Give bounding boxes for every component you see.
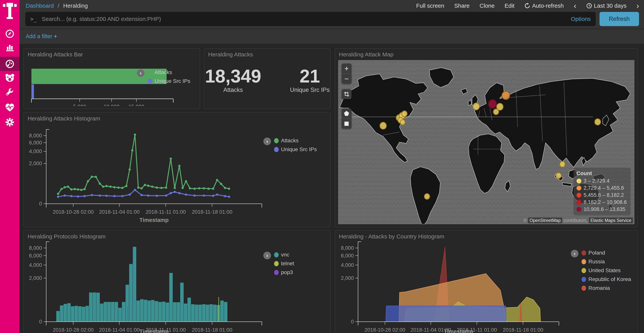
panel-attacks-histogram: Heralding Attacks Histogram 02,0004,0006… bbox=[24, 112, 330, 227]
legend-item-telnet[interactable]: telnet bbox=[274, 260, 294, 267]
legend-item-unique-src-ips[interactable]: Unique Src IPs bbox=[274, 146, 317, 153]
time-forward-button[interactable]: › bbox=[636, 3, 639, 9]
map-rectangle-button[interactable] bbox=[342, 118, 352, 129]
svg-text:2018-11-11 01:00: 2018-11-11 01:00 bbox=[146, 209, 186, 215]
sidebar-item-dev-tools[interactable] bbox=[0, 85, 20, 100]
legend-color-dot bbox=[582, 268, 586, 273]
breadcrumb-dashboard-link[interactable]: Dashboard bbox=[26, 3, 54, 9]
map-legend-range: 10,908.6 – 13,635 bbox=[584, 206, 626, 212]
share-button[interactable]: Share bbox=[454, 3, 470, 9]
map-legend-row: 10,908.6 – 13,635 bbox=[576, 206, 627, 212]
add-filter-link[interactable]: Add a filter + bbox=[26, 33, 57, 40]
svg-text:Timestamp: Timestamp bbox=[139, 328, 169, 333]
gear-icon bbox=[5, 118, 14, 127]
svg-text:Timestamp: Timestamp bbox=[444, 328, 473, 333]
map-crop-button[interactable] bbox=[342, 89, 352, 99]
legend-item-attacks[interactable]: Attacks bbox=[274, 138, 317, 144]
auto-refresh-button[interactable]: Auto-refresh bbox=[524, 3, 564, 9]
legend-item-attacks[interactable]: Attacks bbox=[148, 69, 190, 75]
legend-color-dot bbox=[582, 250, 586, 255]
map-attack-dot-yellow[interactable] bbox=[493, 109, 499, 115]
map-attack-dot-yellow[interactable] bbox=[402, 111, 407, 117]
map-attack-dot-orange[interactable] bbox=[502, 91, 510, 100]
elastic-maps-link[interactable]: Elastic Maps Service bbox=[589, 217, 633, 223]
sidebar-item-discover[interactable] bbox=[0, 27, 20, 41]
sidebar-item-monitoring[interactable] bbox=[0, 101, 20, 115]
legend-item-vnc[interactable]: vnc bbox=[274, 252, 294, 258]
map-attack-dot-yellow[interactable] bbox=[560, 161, 565, 167]
top-actions: Full screen Share Clone Edit Auto-refres… bbox=[416, 3, 644, 9]
map-legend-range: 5,455.8 – 8,182.2 bbox=[584, 192, 624, 198]
map-attack-dot-yellow[interactable] bbox=[595, 119, 601, 125]
svg-text:4,000: 4,000 bbox=[29, 262, 42, 268]
panel-attack-map: Heralding Attack Map + − bbox=[335, 48, 638, 227]
wrench-icon bbox=[5, 88, 14, 97]
map-attack-dot-yellow[interactable] bbox=[380, 122, 386, 129]
map-zoom-out-button[interactable]: − bbox=[342, 74, 352, 84]
time-range-button[interactable]: Last 30 days bbox=[586, 3, 626, 9]
legend-toggle-chevron-icon[interactable]: › bbox=[571, 250, 578, 257]
metric-values: 18,349 Attacks 21 Unique Src IPs bbox=[204, 67, 330, 93]
sidebar-item-dashboard[interactable] bbox=[0, 57, 20, 71]
map-attack-dot-darkred[interactable] bbox=[488, 100, 496, 108]
map-zoom-in-button[interactable]: + bbox=[342, 64, 352, 74]
legend-toggle-chevron-icon[interactable]: › bbox=[137, 69, 144, 77]
svg-text:2018-11-18 01:00: 2018-11-18 01:00 bbox=[503, 327, 543, 333]
legend-label: Republic of Korea bbox=[588, 276, 631, 282]
edit-button[interactable]: Edit bbox=[504, 3, 514, 9]
world-map[interactable]: + − Cou bbox=[338, 60, 634, 224]
svg-text:0: 0 bbox=[39, 201, 42, 207]
legend-color-dot bbox=[148, 79, 152, 84]
map-attack-dot-yellow[interactable] bbox=[556, 173, 561, 179]
bear-icon bbox=[5, 74, 14, 82]
map-count-legend: Count 3 – 2,729.42,729.4 – 5,455.85,455.… bbox=[574, 168, 630, 215]
sidebar-item-management[interactable] bbox=[0, 115, 20, 129]
heartbeat-icon bbox=[5, 103, 14, 112]
map-fit-control bbox=[342, 89, 352, 99]
chart-legend: ›AttacksUnique Src IPs bbox=[137, 69, 190, 84]
attribution-text: contributors, bbox=[562, 218, 589, 223]
sidebar-item-visualize[interactable] bbox=[0, 40, 20, 55]
legend-items: AttacksUnique Src IPs bbox=[148, 69, 190, 84]
full-screen-button[interactable]: Full screen bbox=[416, 3, 444, 9]
legend-item-pop3[interactable]: pop3 bbox=[274, 269, 294, 275]
map-attack-dot-yellow[interactable] bbox=[473, 103, 479, 110]
clone-button[interactable]: Clone bbox=[480, 3, 494, 9]
map-draw-controls bbox=[342, 108, 352, 129]
legend-label: United States bbox=[588, 267, 620, 273]
panel-title: Heralding Attacks Bar bbox=[28, 51, 83, 58]
legend-toggle-chevron-icon[interactable]: › bbox=[263, 252, 271, 259]
legend-item-united-states[interactable]: United States bbox=[582, 267, 631, 273]
legend-color-dot bbox=[274, 270, 279, 275]
legend-label: Attacks bbox=[154, 69, 172, 75]
svg-text:2,000: 2,000 bbox=[29, 275, 42, 281]
search-box[interactable]: >_ Options bbox=[25, 12, 596, 26]
legend-label: Attacks bbox=[281, 138, 298, 144]
legend-item-romania[interactable]: Romania bbox=[582, 285, 631, 291]
svg-text:15,000: 15,000 bbox=[128, 104, 144, 106]
time-back-button[interactable]: ‹ bbox=[574, 3, 576, 9]
svg-text:2018-10-28 02:00: 2018-10-28 02:00 bbox=[364, 327, 406, 333]
map-polygon-button[interactable] bbox=[342, 108, 352, 118]
legend-toggle-chevron-icon[interactable]: › bbox=[263, 138, 271, 145]
copyright-symbol: © bbox=[524, 218, 528, 223]
plus-icon: + bbox=[54, 33, 57, 39]
osm-link[interactable]: OpenStreetMap bbox=[528, 217, 562, 223]
legend-item-republic-of-korea[interactable]: Republic of Korea bbox=[582, 276, 631, 282]
legend-item-unique-src-ips[interactable]: Unique Src IPs bbox=[148, 78, 190, 84]
legend-label: vnc bbox=[281, 252, 290, 258]
search-input[interactable] bbox=[42, 16, 567, 23]
map-attack-dot-yellow[interactable] bbox=[424, 194, 430, 199]
options-link[interactable]: Options bbox=[571, 16, 591, 22]
legend-item-poland[interactable]: Poland bbox=[582, 250, 631, 256]
legend-items: AttacksUnique Src IPs bbox=[274, 138, 317, 153]
sidebar-item-tpot[interactable] bbox=[0, 71, 20, 85]
panel-protocols-histogram: Heralding Protocols Histogram 02,0004,00… bbox=[24, 230, 330, 333]
t-mobile-logo[interactable] bbox=[0, 1, 20, 21]
refresh-button[interactable]: Refresh bbox=[600, 12, 639, 26]
panel-title: Heralding Protocols Histogram bbox=[28, 233, 106, 240]
map-attack-dot-yellow[interactable] bbox=[400, 120, 405, 125]
legend-item-russia[interactable]: Russia bbox=[582, 259, 631, 265]
legend-color-dot bbox=[274, 147, 279, 152]
map-legend-range: 2,729.4 – 5,455.8 bbox=[584, 185, 624, 191]
